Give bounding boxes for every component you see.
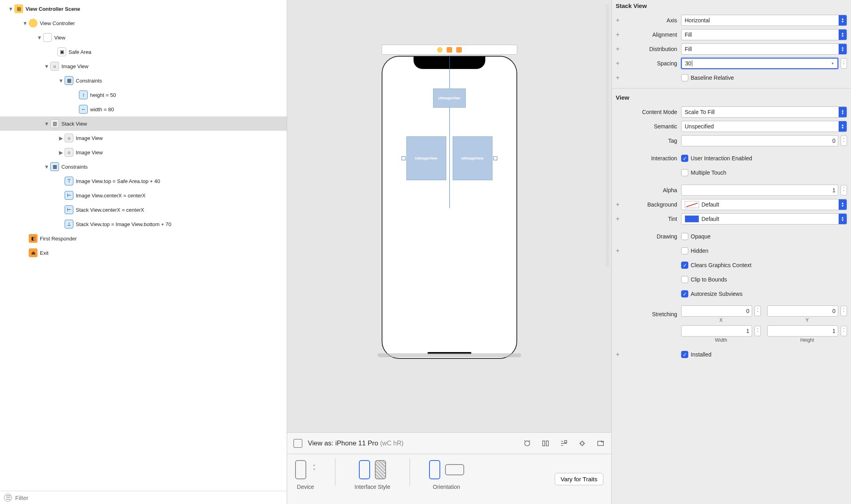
disclosure-icon[interactable]: ▼ <box>43 121 50 127</box>
outline-first-responder[interactable]: ◧ First Responder <box>0 231 287 246</box>
outline-stackview[interactable]: ▼ ▥ Stack View <box>0 116 287 131</box>
pin-icon[interactable] <box>578 440 587 447</box>
installed-checkbox[interactable]: ✓ <box>681 351 688 358</box>
tag-input[interactable]: 0 <box>681 135 838 146</box>
add-trait-button[interactable]: + <box>614 60 621 67</box>
filter-icon[interactable]: ☰ <box>4 494 12 502</box>
outline-scene[interactable]: ▼ ▦ View Controller Scene <box>0 2 287 16</box>
tag-stepper[interactable]: ˄˅ <box>841 136 847 146</box>
outline-constraint[interactable]: ⊤ Image View.top = Safe Area.top + 40 <box>0 174 287 188</box>
hidden-checkbox[interactable] <box>681 247 688 254</box>
outline-constraint[interactable]: ⊥ Stack View.top = Image View.bottom + 7… <box>0 217 287 231</box>
dark-style-icon[interactable] <box>375 460 386 479</box>
add-trait-button[interactable]: + <box>614 17 621 24</box>
opaque-checkbox[interactable] <box>681 233 688 240</box>
stretch-y-input[interactable]: 0 <box>767 305 838 317</box>
canvas-imageview[interactable]: UIImageView <box>453 136 492 180</box>
disclosure-icon[interactable]: ▼ <box>22 20 29 26</box>
background-select[interactable]: Default▲▼ <box>681 199 847 210</box>
disclosure-icon[interactable]: ▼ <box>43 63 50 69</box>
interface-style-picker[interactable]: Interface Style <box>355 458 390 490</box>
light-style-icon[interactable] <box>359 460 370 479</box>
outline-constraint[interactable]: ⊢ Image View.centerX = centerX <box>0 188 287 203</box>
horizontal-scrollbar[interactable] <box>378 353 521 357</box>
add-trait-button[interactable]: + <box>614 74 621 81</box>
exit-icon[interactable] <box>456 47 462 53</box>
canvas-stackview[interactable]: UIImageView UIImageView <box>406 136 492 180</box>
outline-imageview[interactable]: ▶ ☼ Image View <box>0 131 287 145</box>
outline-safearea[interactable]: ▼ ▣ Safe Area <box>0 45 287 59</box>
semantic-select[interactable]: Unspecified▲▼ <box>681 121 847 132</box>
align-icon[interactable] <box>559 440 568 447</box>
vary-for-traits-button[interactable]: Vary for Traits <box>555 473 603 485</box>
alpha-stepper[interactable]: ˄˅ <box>841 185 847 195</box>
stretch-x-input[interactable]: 0 <box>681 305 752 317</box>
alignment-select[interactable]: Fill▲▼ <box>681 29 847 40</box>
canvas-imageview[interactable]: UIImageView <box>406 136 446 180</box>
disclosure-icon[interactable]: ▶ <box>57 150 65 156</box>
scene-dock[interactable] <box>382 45 517 55</box>
resize-handle-right[interactable] <box>493 156 497 160</box>
portrait-icon[interactable] <box>429 460 440 479</box>
stretch-h-stepper[interactable]: ˄˅ <box>841 326 847 336</box>
stretch-w-input[interactable]: 1 <box>681 325 752 337</box>
embed-in-icon[interactable] <box>541 440 550 447</box>
orientation-picker[interactable]: Orientation <box>429 458 464 490</box>
distribution-select[interactable]: Fill▲▼ <box>681 43 847 55</box>
stretch-y-stepper[interactable]: ˄˅ <box>841 306 847 316</box>
disclosure-icon[interactable]: ▶ <box>57 135 65 141</box>
alpha-input[interactable]: 1 <box>681 185 838 196</box>
disclosure-icon[interactable]: ▼ <box>43 164 50 170</box>
first-responder-icon[interactable] <box>447 47 452 53</box>
stretch-x-stepper[interactable]: ˄˅ <box>754 306 761 316</box>
vertical-scrollbar[interactable] <box>606 4 609 267</box>
outline-imageview[interactable]: ▼ ☼ Image View <box>0 59 287 73</box>
clears-graphics-checkbox[interactable]: ✓ <box>681 262 688 269</box>
outline-constraint[interactable]: ⊢ Stack View.centerX = centerX <box>0 203 287 217</box>
disclosure-icon[interactable]: ▼ <box>57 78 65 84</box>
autoresize-checkbox[interactable]: ✓ <box>681 290 688 297</box>
device-icon[interactable] <box>295 460 306 479</box>
user-interaction-checkbox[interactable]: ✓ <box>681 155 688 162</box>
add-trait-button[interactable]: + <box>614 31 621 38</box>
baseline-checkbox[interactable] <box>681 74 688 81</box>
disclosure-icon[interactable]: ▼ <box>7 6 14 12</box>
canvas-imageview[interactable]: UIImageView <box>433 89 466 108</box>
add-trait-button[interactable]: + <box>614 247 621 254</box>
outline-exit[interactable]: ⏏ Exit <box>0 246 287 260</box>
device-frame[interactable]: UIImageView UIImageView UIImageView <box>382 56 517 359</box>
add-trait-button[interactable]: + <box>614 45 621 53</box>
outline-constraint[interactable]: ↔ width = 80 <box>0 102 287 116</box>
clip-to-bounds-checkbox[interactable] <box>681 276 688 283</box>
outline-constraints-group[interactable]: ▼ ▦ Constraints <box>0 73 287 88</box>
stretch-w-stepper[interactable]: ˄˅ <box>754 326 761 336</box>
chevron-updown-icon[interactable]: ˄˅ <box>313 466 316 474</box>
update-frames-icon[interactable] <box>523 440 532 447</box>
toggle-outline-button[interactable] <box>294 439 302 448</box>
outline-imageview[interactable]: ▶ ☼ Image View <box>0 145 287 159</box>
device-picker[interactable]: ˄˅ Device <box>295 458 316 490</box>
filter-input[interactable] <box>15 494 283 501</box>
content-mode-select[interactable]: Scale To Fill▲▼ <box>681 106 847 118</box>
outline-constraints-group[interactable]: ▼ ▦ Constraints <box>0 159 287 174</box>
viewcontroller-icon[interactable] <box>437 47 443 53</box>
add-trait-button[interactable]: + <box>614 201 621 208</box>
axis-select[interactable]: Horizontal▲▼ <box>681 15 847 26</box>
landscape-icon[interactable] <box>445 464 464 475</box>
add-trait-button[interactable]: + <box>614 351 621 358</box>
view-as-label[interactable]: View as: iPhone 11 Pro (wC hR) <box>308 439 517 447</box>
stretch-h-input[interactable]: 1 <box>767 325 838 337</box>
resolve-issues-icon[interactable] <box>596 440 605 447</box>
outline-viewcontroller[interactable]: ▼ View Controller <box>0 16 287 30</box>
canvas[interactable]: UIImageView UIImageView UIImageView <box>287 0 611 432</box>
tint-select[interactable]: Default▲▼ <box>681 213 847 224</box>
disclosure-icon[interactable]: ▼ <box>36 35 43 41</box>
chevron-down-icon[interactable]: ▼ <box>829 62 836 65</box>
spacing-input[interactable]: 30▼ <box>681 58 838 69</box>
outline-constraint[interactable]: ↕ height = 50 <box>0 88 287 102</box>
spacing-stepper[interactable]: ˄˅ <box>841 58 847 69</box>
outline-view[interactable]: ▼ View <box>0 30 287 45</box>
add-trait-button[interactable]: + <box>614 215 621 222</box>
multiple-touch-checkbox[interactable] <box>681 169 688 176</box>
resize-handle-left[interactable] <box>402 156 406 160</box>
